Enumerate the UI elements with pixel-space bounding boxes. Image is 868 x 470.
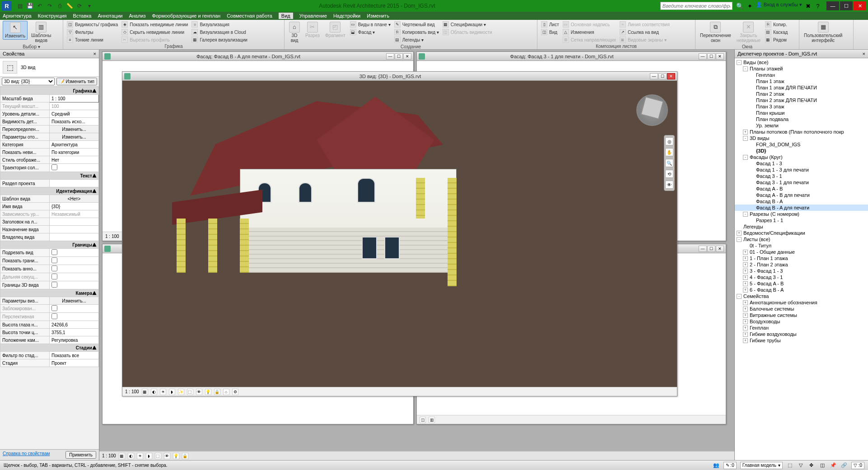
tree-item[interactable]: -Семейства [735,293,868,299]
prop-discipline[interactable]: Архитектура [50,141,99,149]
view-templates-button[interactable]: ▥Шаблоны видов [29,21,53,44]
exchange-icon[interactable]: ✖ [804,2,812,10]
doc-close[interactable]: ✕ [403,53,411,60]
tree-item[interactable]: -Планы этажей [735,65,868,72]
tree-item[interactable]: {3D} [735,148,868,154]
prop-render-button[interactable]: Изменить... [50,297,99,305]
viewcube[interactable] [636,94,668,126]
type-selector[interactable]: ⬚ 3D вид [0,58,99,77]
prop-override-button[interactable]: Изменить... [50,126,99,133]
prop-titlesheet[interactable] [50,218,99,226]
tree-item[interactable]: FOR_3d_DOM_IGS [735,141,868,148]
vc-icon[interactable]: ◫ [420,417,426,423]
nav-look-icon[interactable]: 👁 [665,181,673,189]
tree-item[interactable]: -Разрезы (С номером) [735,211,868,217]
tree-toggle-icon[interactable]: + [743,130,748,135]
tree-item[interactable]: +3 - Фасад 1 - 3 [735,268,868,274]
prop-showhidden[interactable]: По категории [50,149,99,156]
doc-min[interactable]: — [650,73,658,79]
switch-win-button[interactable]: ⧉Переключение окон [698,21,733,44]
vc-shadow-icon[interactable]: ◗ [169,389,175,395]
close-icon[interactable]: × [93,51,96,56]
signin-button[interactable]: 👤 Вход в службы ▾ [756,2,802,10]
tree-item[interactable]: +4 - Фасад 3 - 1 [735,274,868,280]
tree-item[interactable]: Легенды [735,223,868,230]
vc-hide-icon[interactable]: 👁 [196,389,202,395]
vc-scale[interactable]: 1 : 100 [125,389,139,394]
tree-toggle-icon[interactable]: + [743,269,748,274]
replicate-button[interactable]: ⎘Копир. [764,21,789,28]
doc-close[interactable]: ✕ [667,73,675,79]
cascade-button[interactable]: ▤Каскад [764,28,789,36]
tree-toggle-icon[interactable]: + [743,319,748,324]
tree-item[interactable]: +Витражные системы [735,312,868,318]
doc-max[interactable]: ☐ [707,246,715,252]
tree-item[interactable]: +Планы потолков (План потолочного покр [735,129,868,135]
tree-item[interactable]: +Гибкие трубы [735,337,868,344]
legends-button[interactable]: ▤Легенды ▾ [393,36,440,43]
props-help-link[interactable]: Справка по свойствам [3,451,50,459]
tree-item[interactable]: +Аннотационные обозначения [735,299,868,306]
tree-toggle-icon[interactable]: + [743,338,748,343]
qat-sync-icon[interactable]: ⟳ [75,1,84,10]
3dview-button[interactable]: ⌂3D вид [287,21,302,44]
render-button[interactable]: ☼Визуализация [191,21,248,28]
project-tree[interactable]: -Виды (все)-Планы этажейГенпланПлан 1 эт… [735,58,868,460]
tree-item[interactable]: Фасад 1 - 3 [735,160,868,167]
nav-wheel-icon[interactable]: ◎ [665,137,673,145]
prop-locked[interactable] [50,305,99,313]
render-gallery-button[interactable]: ▦Галерея визуализации [191,36,248,43]
show-hidden-button[interactable]: ◈Показать невидимые линии [121,21,189,28]
tree-toggle-icon[interactable]: + [743,250,748,255]
prop-showcrop[interactable] [50,257,99,265]
tree-item[interactable]: 0t - Титул [735,242,868,249]
visibility-button[interactable]: ◫Видимость/ графика [66,21,119,28]
tree-item[interactable]: План 3 этаж [735,103,868,110]
filters-button[interactable]: ▽Фильтры [66,28,119,36]
doc-max[interactable]: ☐ [658,73,667,79]
tree-toggle-icon[interactable]: + [743,313,748,318]
tree-item[interactable]: Генплан [735,72,868,78]
qat-undo-icon[interactable]: ↶ [35,1,44,10]
tree-item[interactable]: Фасад 3 - 1 [735,173,868,179]
sb-pin-icon[interactable]: 📌 [830,462,837,469]
prop-phase[interactable]: Проект [50,359,99,367]
tree-item[interactable]: План 1 этаж ДЛЯ ПЕЧАТИ [735,84,868,91]
prop-name[interactable]: {3D} [50,203,99,210]
ws-detail-icon[interactable]: ▦ [119,453,125,459]
doc-min[interactable]: — [699,53,707,60]
tree-item[interactable]: План 1 этаж [735,78,868,84]
infocenter-icon[interactable]: 🔍 [736,2,744,10]
qat-save-icon[interactable]: 💾 [25,1,34,10]
doc-close[interactable]: ✕ [716,53,724,60]
tree-item[interactable]: +6 - Фасад B - A [735,287,868,293]
tree-toggle-icon[interactable]: - [743,155,748,160]
tree-toggle-icon[interactable]: - [737,294,742,299]
qat-redo-icon[interactable]: ↷ [45,1,54,10]
tree-item[interactable]: План крыши [735,110,868,116]
tree-toggle-icon[interactable]: + [743,326,748,330]
revisions-button[interactable]: △Изменения [562,28,617,36]
tree-item[interactable]: -Фасады (Круг) [735,154,868,160]
tree-item[interactable]: План подвала [735,116,868,122]
help-search-input[interactable] [660,2,733,10]
tree-item[interactable]: -Виды (все) [735,59,868,65]
prop-3dbounds[interactable] [50,281,99,289]
qat-open-icon[interactable]: ▤ [15,1,24,10]
tree-toggle-icon[interactable]: + [743,300,748,305]
sb-filter-icon[interactable]: ▽ [797,462,804,469]
sb-editreq[interactable]: ✎ :0 [723,462,737,469]
tree-item[interactable]: +Балочные системы [735,306,868,312]
3d-viewport[interactable]: ◎ ✋ 🔍 ⟲ 👁 [122,81,677,387]
tree-toggle-icon[interactable]: + [737,231,742,236]
view-button[interactable]: ◫Вид [540,28,560,36]
tab-modify[interactable]: Изменить [367,13,389,19]
prop-scale[interactable]: 1 : 100 [50,95,99,102]
vc-render-icon[interactable]: ✨ [178,389,184,395]
ws-crop-icon[interactable]: ⬚ [155,453,161,459]
close-button[interactable]: ✕ [854,1,866,10]
tree-item[interactable]: +Ведомости/Спецификации [735,230,868,236]
tree-item[interactable]: Разрез 1 - 1 [735,217,868,223]
tree-toggle-icon[interactable]: + [743,288,748,293]
tree-item[interactable]: План 2 этаж ДЛЯ ПЕЧАТИ [735,97,868,103]
